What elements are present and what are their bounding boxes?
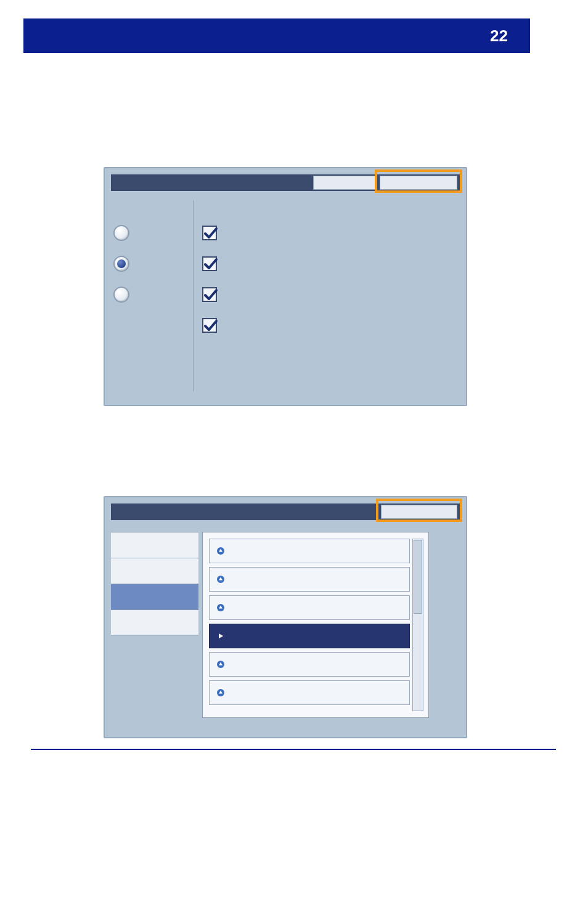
svg-marker-6: [219, 634, 223, 638]
up-arrow-icon: [216, 574, 226, 584]
panel-list: [104, 496, 467, 738]
panel-a-button-2[interactable]: [380, 176, 457, 190]
list-content: [202, 532, 429, 718]
list-area: [209, 539, 410, 711]
list-item[interactable]: [209, 652, 410, 677]
up-arrow-icon: [216, 603, 226, 613]
up-arrow-icon: [216, 546, 226, 556]
page-number: 22: [490, 26, 508, 46]
checkbox-option[interactable]: [202, 248, 217, 279]
panel-settings: [104, 167, 467, 406]
radio-icon: [113, 256, 129, 272]
checkbox-icon: [202, 256, 217, 271]
list-item[interactable]: [209, 680, 410, 705]
checkbox-option[interactable]: [202, 279, 217, 310]
footer-rule: [31, 749, 556, 750]
list-scrollbar[interactable]: [412, 539, 423, 711]
page-header: 22: [23, 18, 530, 53]
list-item[interactable]: [209, 567, 410, 592]
sidebar-item[interactable]: [111, 584, 198, 609]
up-arrow-icon: [216, 688, 226, 698]
panel-a-titlebar: [111, 174, 461, 191]
radio-icon: [113, 225, 129, 241]
panel-b-button-1[interactable]: [381, 505, 457, 519]
up-arrow-icon: [216, 659, 226, 669]
sidebar-item[interactable]: [111, 609, 198, 635]
radio-group: [113, 218, 187, 310]
checkbox-option[interactable]: [202, 218, 217, 248]
scrollbar-thumb[interactable]: [414, 540, 422, 614]
panel-a-button-1[interactable]: [313, 176, 377, 190]
checkbox-icon: [202, 287, 217, 302]
radio-option-3[interactable]: [113, 279, 187, 310]
radio-option-1[interactable]: [113, 218, 187, 248]
sidebar-item[interactable]: [111, 532, 198, 558]
checkbox-icon: [202, 226, 217, 240]
list-item[interactable]: [209, 624, 410, 648]
list-item[interactable]: [209, 539, 410, 563]
radio-option-2[interactable]: [113, 248, 187, 279]
checkbox-icon: [202, 318, 217, 333]
panel-b-titlebar: [111, 503, 461, 520]
panel-b-sidebar: [111, 532, 198, 635]
radio-icon: [113, 287, 129, 303]
checkbox-option[interactable]: [202, 310, 217, 341]
sidebar-item[interactable]: [111, 558, 198, 584]
checkbox-group: [202, 218, 217, 341]
vertical-divider: [193, 200, 194, 391]
list-item[interactable]: [209, 595, 410, 620]
play-icon: [216, 631, 226, 641]
